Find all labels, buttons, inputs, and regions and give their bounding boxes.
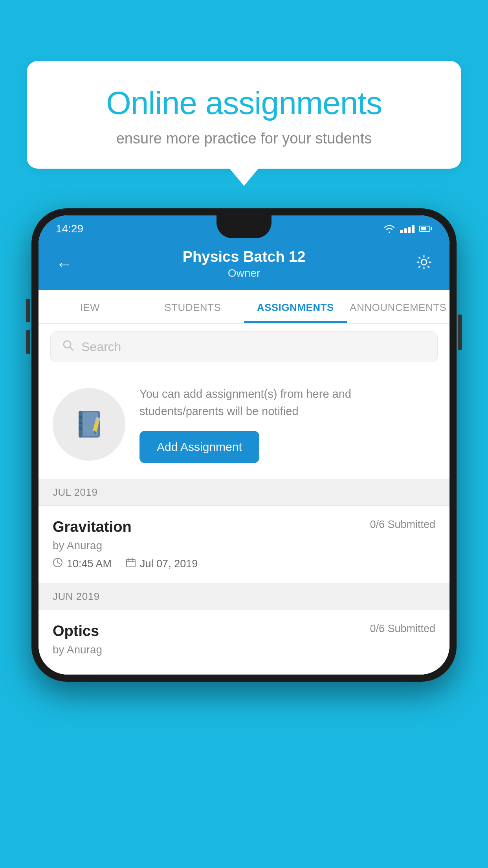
phone-notch: [216, 215, 272, 238]
assignment-time-gravitation: 10:45 AM: [53, 557, 112, 570]
speech-bubble-container: Online assignments ensure more practice …: [27, 61, 461, 169]
search-container: Search: [39, 324, 449, 370]
assignment-status-gravitation: 0/6 Submitted: [370, 519, 435, 531]
svg-rect-6: [79, 416, 82, 419]
batch-subtitle: Owner: [183, 267, 306, 280]
battery-icon: [419, 226, 432, 232]
calendar-icon: [126, 557, 136, 570]
section-header-jun2019-label: JUN 2019: [53, 590, 100, 602]
speech-bubble-subtitle: ensure more practice for your students: [54, 130, 434, 147]
side-button-vol-up: [26, 299, 30, 322]
svg-point-0: [421, 259, 427, 265]
notebook-icon: [72, 407, 107, 442]
side-button-vol-down: [26, 330, 30, 354]
tab-iew-label: IEW: [80, 302, 100, 313]
status-time: 14:29: [56, 223, 83, 235]
batch-title: Physics Batch 12: [183, 248, 306, 265]
assignment-row1: Gravitation 0/6 Submitted: [53, 519, 435, 535]
speech-bubble-title: Online assignments: [54, 85, 434, 121]
side-button-power: [458, 314, 462, 350]
search-bar[interactable]: Search: [50, 331, 438, 362]
status-icons: [383, 224, 432, 233]
back-button[interactable]: ←: [56, 255, 72, 274]
section-header-jun2019: JUN 2019: [39, 583, 449, 610]
assignment-title-optics: Optics: [53, 623, 99, 640]
assignment-meta-gravitation: 10:45 AM Jul 07, 2019: [53, 557, 435, 570]
tab-students-label: STUDENTS: [164, 302, 221, 313]
add-assignment-button[interactable]: Add Assignment: [139, 431, 259, 463]
phone-mockup: 14:29: [31, 208, 457, 682]
assignment-row1-optics: Optics 0/6 Submitted: [53, 623, 435, 640]
tab-announcements[interactable]: ANNOUNCEMENTS: [347, 290, 450, 323]
assignment-item-gravitation[interactable]: Gravitation 0/6 Submitted by Anurag: [39, 506, 449, 583]
search-icon: [62, 339, 74, 355]
clock-icon: [53, 557, 63, 570]
wifi-icon: [383, 224, 395, 233]
svg-rect-8: [79, 427, 82, 430]
settings-button[interactable]: [416, 254, 432, 274]
tab-announcements-label: ANNOUNCEMENTS: [350, 302, 446, 313]
section-header-jul2019-label: JUL 2019: [53, 486, 97, 498]
promo-icon-circle: [53, 388, 125, 461]
search-placeholder: Search: [81, 340, 121, 354]
promo-content: You can add assignment(s) from here and …: [139, 386, 435, 463]
assignment-item-optics[interactable]: Optics 0/6 Submitted by Anurag: [39, 610, 449, 675]
signal-icon: [400, 224, 415, 233]
speech-bubble: Online assignments ensure more practice …: [27, 61, 461, 169]
gear-icon: [416, 254, 432, 270]
svg-line-15: [58, 563, 60, 564]
assignment-status-optics: 0/6 Submitted: [370, 623, 435, 635]
tab-iew[interactable]: IEW: [39, 290, 141, 323]
svg-rect-7: [79, 422, 82, 424]
header-title-area: Physics Batch 12 Owner: [183, 248, 306, 280]
assignment-date-gravitation: Jul 07, 2019: [126, 557, 198, 570]
promo-section: You can add assignment(s) from here and …: [39, 370, 449, 479]
assignment-author-gravitation: by Anurag: [53, 539, 435, 552]
assignment-author-optics: by Anurag: [53, 644, 435, 656]
svg-line-2: [70, 347, 73, 351]
phone-outer: 14:29: [31, 208, 457, 682]
assignment-date-label: Jul 07, 2019: [140, 558, 198, 570]
tab-assignments-label: ASSIGNMENTS: [257, 302, 334, 313]
assignment-time-label: 10:45 AM: [67, 558, 112, 570]
app-header: ← Physics Batch 12 Owner: [39, 241, 449, 290]
tab-assignments[interactable]: ASSIGNMENTS: [244, 290, 347, 323]
tab-students[interactable]: STUDENTS: [141, 290, 244, 323]
phone-screen: 14:29: [39, 215, 449, 675]
tabs-container: IEW STUDENTS ASSIGNMENTS ANNOUNCEMENTS: [39, 290, 449, 324]
assignment-title-gravitation: Gravitation: [53, 519, 132, 535]
section-header-jul2019: JUL 2019: [39, 479, 449, 506]
promo-text: You can add assignment(s) from here and …: [139, 386, 435, 420]
svg-rect-16: [127, 559, 135, 567]
